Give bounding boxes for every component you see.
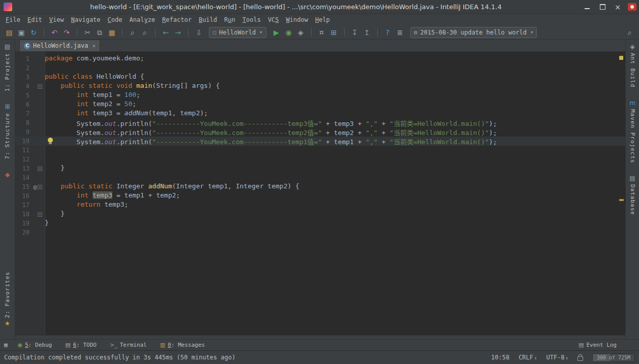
vcs-commit-icon[interactable]: ↥ xyxy=(361,26,373,39)
toolwindow-messages[interactable]: ▥0: Messages xyxy=(160,342,205,348)
code-line[interactable]: 1package com.youmeek.demo; xyxy=(15,54,625,63)
toolwindow-database[interactable]: ▤Database xyxy=(629,175,636,215)
open-file-icon[interactable]: ▤ xyxy=(3,26,15,39)
code-line[interactable]: 11 xyxy=(15,146,625,155)
minimize-button[interactable] xyxy=(580,0,595,14)
code-line[interactable]: 7 int temp3 = addNum(temp1, temp2); xyxy=(15,109,625,118)
tab-close-icon[interactable]: × xyxy=(92,43,96,49)
code-text xyxy=(45,228,625,237)
project-structure-icon[interactable]: ⊞ xyxy=(328,26,340,39)
menu-run[interactable]: Run xyxy=(221,15,239,24)
toolwindow-project[interactable]: ▤1: Project xyxy=(4,44,11,91)
caret-position[interactable]: 10:58 xyxy=(491,354,509,361)
code-area[interactable]: 1package com.youmeek.demo;23public class… xyxy=(15,52,625,237)
code-line[interactable]: 17 return temp3; xyxy=(15,201,625,210)
tab-helloworld-java[interactable]: C HelloWorld.java × xyxy=(19,40,100,51)
intention-bulb-icon[interactable] xyxy=(48,138,53,143)
menu-tools[interactable]: Tools xyxy=(239,15,264,24)
task-icon: ▤ xyxy=(414,29,417,35)
code-line[interactable]: 8 System.out.println("-----------YouMeek… xyxy=(15,118,625,127)
error-stripe-mark[interactable] xyxy=(619,199,624,201)
find-icon[interactable]: ⌕ xyxy=(127,26,139,39)
code-line[interactable]: 16 int temp3 = temp1 + temp2; xyxy=(15,191,625,201)
code-line[interactable]: 10 System.out.println("-----------YouMee… xyxy=(15,137,625,146)
code-line[interactable]: 14 xyxy=(15,173,625,182)
menu-edit[interactable]: Edit xyxy=(24,15,46,24)
menu-analyze[interactable]: Analyze xyxy=(126,15,159,24)
toolwindow-event-log[interactable]: ▤Event Log xyxy=(579,342,617,348)
toolwindow-switcher-icon[interactable]: ▦ xyxy=(4,342,8,348)
error-stripe-status-square[interactable] xyxy=(619,56,623,60)
help-icon[interactable]: ? xyxy=(382,26,394,39)
close-button[interactable]: × xyxy=(610,0,625,14)
menu-refactor[interactable]: Refactor xyxy=(159,15,195,24)
fold-marker[interactable]: - xyxy=(38,212,42,217)
menu-build[interactable]: Build xyxy=(195,15,221,24)
make-project-icon[interactable]: ⇩ xyxy=(193,26,205,39)
line-number: 16 xyxy=(15,192,29,200)
code-text: package com.youmeek.demo; xyxy=(45,54,625,63)
code-line[interactable]: 15@- public static Integer addNum(Intege… xyxy=(15,182,625,191)
save-all-icon[interactable]: ▣ xyxy=(15,26,27,39)
code-text: public static void main(String[] args) { xyxy=(45,82,625,91)
code-line[interactable]: 4- public static void main(String[] args… xyxy=(15,82,625,91)
search-everywhere-icon[interactable]: ⌕ xyxy=(625,27,635,38)
line-number: 20 xyxy=(15,229,29,236)
line-number: 14 xyxy=(15,174,29,181)
replace-icon[interactable]: ⌕ xyxy=(139,26,151,39)
toolwindow-terminal[interactable]: >_Terminal xyxy=(110,342,147,348)
code-line[interactable]: 12 xyxy=(15,155,625,164)
fold-marker[interactable]: - xyxy=(38,167,42,171)
paste-icon[interactable]: ▦ xyxy=(106,26,118,39)
editor[interactable]: 1package com.youmeek.demo;23public class… xyxy=(15,52,625,335)
settings-icon[interactable]: ¤ xyxy=(316,26,328,39)
toolwindow-structure[interactable]: ⊞7: Structure xyxy=(4,104,11,159)
updown-arrows-icon: ↕ xyxy=(534,355,537,360)
gutter: 13- xyxy=(15,164,45,173)
toolwindow-todo[interactable]: ▤6: TODO xyxy=(65,342,97,348)
code-line[interactable]: 20 xyxy=(15,228,625,237)
copy-icon[interactable]: ⧉ xyxy=(94,26,106,39)
horizontal-scrollbar[interactable] xyxy=(15,335,625,339)
toolwindow-favorites[interactable]: 2: Favorites★ xyxy=(4,272,11,327)
back-icon[interactable]: ← xyxy=(160,26,172,39)
maximize-button[interactable] xyxy=(595,0,610,14)
memory-indicator[interactable]: 300 of 725M xyxy=(592,353,635,362)
line-ending-selector[interactable]: CRLF↕ xyxy=(519,354,537,361)
forward-icon[interactable]: → xyxy=(172,26,184,39)
debug-button[interactable]: ◉ xyxy=(283,26,295,39)
toolwindow-changes[interactable]: ◆ xyxy=(5,172,10,178)
menu-vcs[interactable]: VCS xyxy=(264,15,283,24)
task-select[interactable]: ▤2015-08-30 update hello world▼ xyxy=(410,27,537,38)
menu-navigate[interactable]: Navigate xyxy=(68,15,104,24)
menu-window[interactable]: Window xyxy=(283,15,312,24)
menu-help[interactable]: Help xyxy=(312,15,333,24)
toolwindow-ant-build[interactable]: ◈Ant Build xyxy=(629,44,636,88)
menu-view[interactable]: View xyxy=(46,15,68,24)
toolwindow-maven-projects[interactable]: mMaven Projects xyxy=(629,100,636,163)
code-line[interactable]: 9 System.out.println("-----------YouMeek… xyxy=(15,127,625,137)
code-line[interactable]: 18- } xyxy=(15,210,625,219)
cut-icon[interactable]: ✂ xyxy=(81,26,94,39)
fold-marker[interactable]: - xyxy=(38,84,42,89)
menu-code[interactable]: Code xyxy=(104,15,126,24)
menu-file[interactable]: File xyxy=(2,15,24,24)
undo-icon[interactable]: ↶ xyxy=(48,26,60,39)
toolwindow-debug[interactable]: ◉5: Debug xyxy=(18,342,52,348)
code-line[interactable]: 5 int temp1 = 100; xyxy=(15,91,625,100)
code-line[interactable]: 3public class HelloWorld { xyxy=(15,73,625,82)
tasks-icon[interactable]: ≣ xyxy=(394,26,406,39)
run-button[interactable]: ▶ xyxy=(270,26,283,39)
code-line[interactable]: 6 int temp2 = 50; xyxy=(15,100,625,109)
lock-icon[interactable] xyxy=(577,356,583,361)
run-configuration-select[interactable]: □HelloWorld▼ xyxy=(209,27,266,38)
encoding-selector[interactable]: UTF-8↕ xyxy=(546,354,568,361)
vcs-update-icon[interactable]: ↧ xyxy=(349,26,361,39)
code-line[interactable]: 19} xyxy=(15,219,625,228)
code-line[interactable]: 2 xyxy=(15,63,625,73)
code-line[interactable]: 13- } xyxy=(15,164,625,173)
redo-icon[interactable]: ↷ xyxy=(60,26,73,39)
fold-marker[interactable]: - xyxy=(38,185,42,189)
synchronize-icon[interactable]: ↻ xyxy=(27,26,40,39)
coverage-button[interactable]: ◈ xyxy=(295,26,307,39)
